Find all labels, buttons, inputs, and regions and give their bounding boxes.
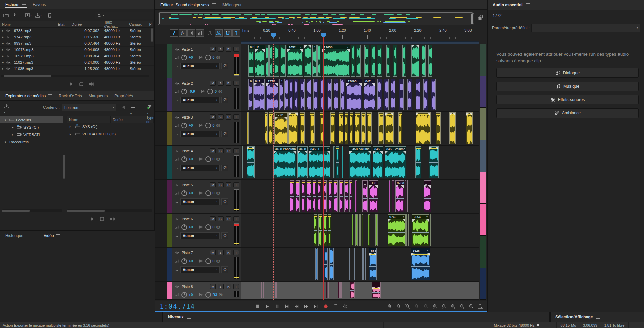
tab-melangeur[interactable]: Mélangeur xyxy=(219,0,245,9)
solo-button[interactable]: S xyxy=(218,216,224,221)
audio-clip[interactable] xyxy=(399,79,404,110)
audio-clip[interactable] xyxy=(385,112,394,144)
navigator-right-handle[interactable] xyxy=(471,13,473,24)
fade-out-handle[interactable] xyxy=(347,49,350,52)
metering-button[interactable] xyxy=(196,29,204,37)
audio-clip[interactable] xyxy=(320,112,324,144)
clip-menu-chevron-icon[interactable]: ▾ xyxy=(300,46,301,49)
audio-clip[interactable] xyxy=(368,214,370,246)
audio-clip[interactable] xyxy=(242,146,243,178)
audio-clip[interactable] xyxy=(307,79,311,110)
solo-button[interactable]: S xyxy=(218,284,224,289)
audio-clip[interactable] xyxy=(326,282,327,298)
go-to-start-button[interactable] xyxy=(283,303,290,309)
audio-clip[interactable] xyxy=(422,45,426,77)
monitor-input-icon[interactable]: ((•)) xyxy=(216,56,220,59)
tab-historique[interactable]: Historique xyxy=(2,231,27,240)
media-list-hscrollbar[interactable] xyxy=(67,209,152,212)
audio-clip[interactable] xyxy=(318,214,322,246)
solo-button[interactable]: S xyxy=(218,148,224,153)
snap-time-button[interactable] xyxy=(215,29,223,37)
expand-chevron-icon[interactable]: ▸ xyxy=(0,29,6,32)
zoom-in-right-button[interactable] xyxy=(450,303,456,309)
audio-type-musique-button[interactable]: Musique xyxy=(496,82,639,91)
tree-chevron-icon[interactable]: ▾ xyxy=(5,118,9,122)
move-tool-button[interactable] xyxy=(170,29,178,37)
clip-menu-chevron-icon[interactable]: ▾ xyxy=(347,46,348,49)
mute-button[interactable]: M xyxy=(210,216,216,221)
column-header-dure[interactable]: Durée xyxy=(111,116,144,123)
audio-clip[interactable] xyxy=(334,79,338,110)
phase-button[interactable]: Ø xyxy=(221,198,228,205)
audio-clip-3458Volume[interactable]: 3458Volume▾ xyxy=(385,146,406,178)
file-row[interactable]: ▸ 9733.mp3 0:07.392 48000 Hz Stéréo xyxy=(0,28,154,34)
record-arm-button[interactable]: R xyxy=(226,182,231,187)
zoom-out-right-button[interactable] xyxy=(459,303,465,309)
input-monitor-button[interactable]: I xyxy=(233,216,239,221)
audio-clip[interactable] xyxy=(386,45,390,77)
audio-clip-11[interactable]: 11... xyxy=(255,45,265,77)
audio-clip-[interactable]: _ xyxy=(372,282,381,298)
audio-clip[interactable] xyxy=(356,45,361,77)
audio-clip[interactable] xyxy=(280,45,286,77)
tree-chevron-icon[interactable]: ▾ xyxy=(5,140,9,144)
fade-out-handle[interactable] xyxy=(300,49,303,52)
fade-in-handle[interactable] xyxy=(309,151,312,154)
mute-button[interactable]: M xyxy=(210,114,216,120)
clip-menu-chevron-icon[interactable]: ▾ xyxy=(403,216,404,218)
record-arm-button[interactable]: R xyxy=(226,81,231,86)
audio-clip[interactable] xyxy=(355,180,357,212)
audio-clip[interactable] xyxy=(304,45,311,77)
open-folder-icon[interactable] xyxy=(3,13,9,18)
volume-knob[interactable] xyxy=(181,156,187,162)
audio-clip[interactable] xyxy=(313,180,316,212)
audio-clip[interactable] xyxy=(263,282,264,298)
audio-clip[interactable] xyxy=(307,180,311,212)
audio-clip[interactable] xyxy=(324,248,328,280)
audio-clip[interactable] xyxy=(350,282,355,298)
monitor-input-icon[interactable]: ((•)) xyxy=(216,157,220,161)
zoom-timed-button[interactable] xyxy=(468,303,475,309)
audio-clip[interactable] xyxy=(391,79,395,110)
audio-clip[interactable] xyxy=(393,45,397,77)
audio-clip[interactable] xyxy=(407,79,412,110)
fade-out-handle[interactable] xyxy=(284,117,287,120)
audio-type-dialogue-button[interactable]: Dialogue xyxy=(496,68,639,78)
monitor-input-icon[interactable]: ((•)) xyxy=(219,293,222,296)
media-list-row[interactable]: ▸ SYS (C:) xyxy=(67,123,154,130)
tab-explorateurdemdias[interactable]: Explorateur de médias xyxy=(2,91,55,100)
solo-button[interactable]: S xyxy=(218,182,224,187)
slip-tool-button[interactable] xyxy=(187,29,195,37)
audio-clip[interactable] xyxy=(416,79,420,110)
playhead-line[interactable] xyxy=(323,44,324,300)
audio-clip[interactable] xyxy=(449,112,456,144)
fade-in-handle[interactable] xyxy=(349,151,352,154)
play-icon[interactable] xyxy=(68,81,74,87)
fade-out-handle[interactable] xyxy=(469,113,472,116)
panel-menu-icon[interactable] xyxy=(526,3,530,6)
expand-chevron-icon[interactable]: ▸ xyxy=(0,35,6,39)
fade-in-handle[interactable] xyxy=(322,49,325,52)
audio-clip-12658[interactable]: 12658 ...▾ xyxy=(322,45,350,77)
fade-in-handle[interactable] xyxy=(364,83,367,86)
vscroll-segment[interactable] xyxy=(480,172,486,203)
panel-menu-icon[interactable] xyxy=(212,3,216,6)
zoom-full-button[interactable] xyxy=(477,303,484,309)
tree-item-raccourcis[interactable]: ▾Raccourcis xyxy=(0,138,63,145)
column-header-etat[interactable]: Etat xyxy=(56,21,70,27)
audio-clip[interactable] xyxy=(313,79,318,110)
pan-knob[interactable] xyxy=(205,156,211,162)
fade-in-handle[interactable] xyxy=(396,185,399,188)
audio-clip[interactable] xyxy=(371,45,375,77)
solo-button[interactable]: S xyxy=(218,114,224,120)
insert-multitrack-icon[interactable]: ▾ xyxy=(35,13,42,18)
audio-clip[interactable] xyxy=(402,45,406,77)
pause-button[interactable] xyxy=(274,303,280,309)
volume-knob[interactable] xyxy=(181,224,187,230)
fade-in-handle[interactable] xyxy=(412,45,415,48)
fade-in-handle[interactable] xyxy=(369,185,373,188)
zoom-wave-icon[interactable] xyxy=(477,14,483,21)
audio-clip[interactable] xyxy=(329,248,334,280)
audio-clip-1652[interactable]: 1652▾ xyxy=(287,45,303,77)
audio-clip[interactable] xyxy=(436,112,441,144)
